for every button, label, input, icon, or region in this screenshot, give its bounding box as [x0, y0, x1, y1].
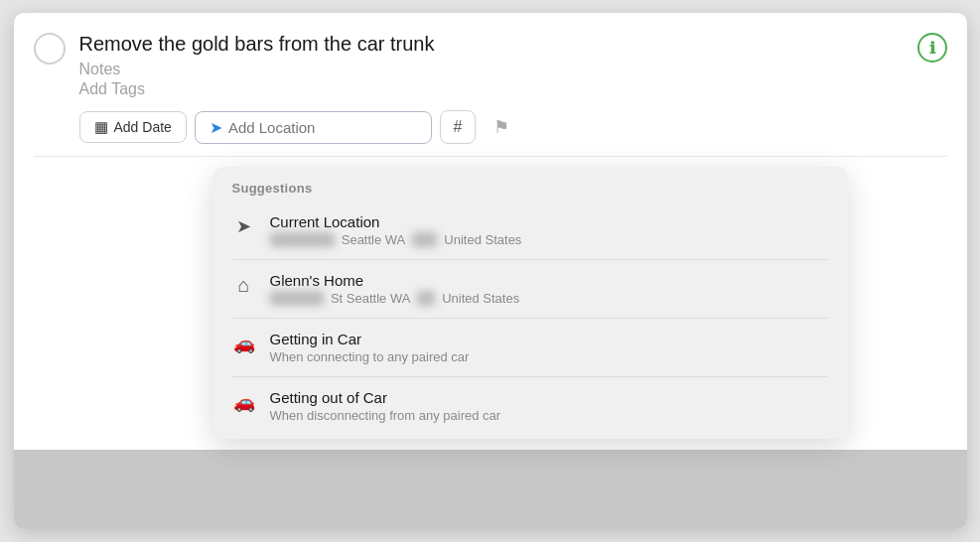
title-content: Remove the gold bars from the car trunk … — [66, 31, 917, 98]
divider-2 — [232, 318, 828, 319]
glenns-home-name: Glenn's Home — [270, 272, 828, 289]
getting-in-car-info: Getting in Car When connecting to any pa… — [270, 331, 828, 364]
task-title: Remove the gold bars from the car trunk — [79, 31, 917, 57]
main-window: Remove the gold bars from the car trunk … — [14, 13, 967, 529]
suggestion-glenns-home[interactable]: ⌂ Glenn's Home St Seattle WA United Stat… — [212, 262, 848, 316]
add-date-button[interactable]: ▦ Add Date — [79, 111, 187, 143]
current-location-icon: ➤ — [232, 215, 256, 237]
calendar-icon: ▦ — [94, 118, 108, 136]
add-location-button[interactable]: ➤ — [195, 111, 432, 144]
car-out-icon: 🚗 — [232, 391, 256, 413]
add-date-label: Add Date — [114, 119, 172, 135]
current-location-info: Current Location Seattle WA United State… — [270, 213, 828, 247]
divider-1 — [232, 259, 828, 260]
home-icon: ⌂ — [232, 274, 256, 297]
glenns-home-info: Glenn's Home St Seattle WA United States — [270, 272, 828, 306]
info-button[interactable]: ℹ — [917, 33, 947, 63]
getting-out-car-info: Getting out of Car When disconnecting fr… — [270, 389, 828, 423]
suggestions-dropdown: Suggestions ➤ Current Location Seattle W… — [212, 167, 848, 439]
hash-button[interactable]: # — [440, 110, 476, 144]
add-tags-label[interactable]: Add Tags — [79, 80, 917, 98]
location-arrow-icon: ➤ — [210, 118, 222, 137]
suggestion-getting-out-car[interactable]: 🚗 Getting out of Car When disconnecting … — [212, 379, 848, 433]
main-content: Suggestions ➤ Current Location Seattle W… — [14, 157, 967, 450]
location-input-area: ➤ — [210, 118, 417, 137]
address-blur-1 — [270, 232, 335, 247]
glenns-home-address: St Seattle WA United States — [270, 291, 828, 306]
current-location-name: Current Location — [270, 213, 828, 230]
hash-icon: # — [453, 118, 462, 136]
flag-button[interactable]: ⚑ — [484, 110, 519, 144]
suggestion-getting-in-car[interactable]: 🚗 Getting in Car When connecting to any … — [212, 321, 848, 374]
suggestions-title: Suggestions — [212, 181, 848, 203]
getting-out-car-desc: When disconnecting from any paired car — [270, 408, 828, 423]
getting-in-car-desc: When connecting to any paired car — [270, 349, 828, 364]
title-bar: Remove the gold bars from the car trunk … — [14, 13, 967, 98]
divider-3 — [232, 376, 828, 377]
car-in-icon: 🚗 — [232, 333, 256, 354]
getting-out-car-name: Getting out of Car — [270, 389, 828, 406]
address-blur-2 — [412, 232, 437, 247]
flag-icon: ⚑ — [493, 116, 509, 138]
notes-label[interactable]: Notes — [79, 61, 917, 78]
complete-button[interactable] — [34, 33, 66, 65]
home-blur-1 — [270, 291, 324, 306]
location-input[interactable] — [228, 119, 417, 136]
getting-in-car-name: Getting in Car — [270, 331, 828, 347]
current-location-address: Seattle WA United States — [270, 232, 828, 247]
toolbar: ▦ Add Date ➤ # ⚑ — [14, 98, 967, 156]
home-blur-2 — [417, 291, 435, 306]
suggestion-current-location[interactable]: ➤ Current Location Seattle WA United Sta… — [212, 203, 848, 257]
bottom-panel — [14, 450, 967, 529]
info-icon: ℹ — [929, 39, 935, 58]
